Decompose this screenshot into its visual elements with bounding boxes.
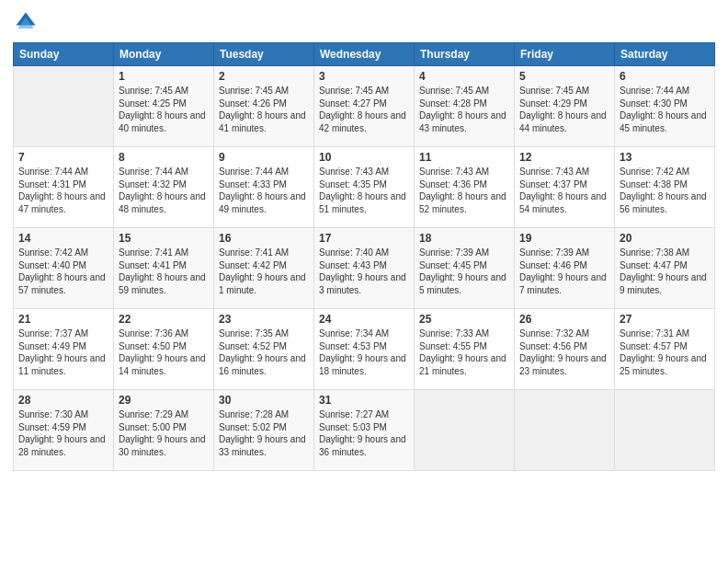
calendar-cell: 23Sunrise: 7:35 AMSunset: 4:52 PMDayligh… [214,309,314,390]
calendar-cell: 30Sunrise: 7:28 AMSunset: 5:02 PMDayligh… [214,390,314,471]
day-info: Sunrise: 7:43 AMSunset: 4:36 PMDaylight:… [419,166,509,215]
day-number: 19 [519,232,609,245]
calendar-cell: 1Sunrise: 7:45 AMSunset: 4:25 PMDaylight… [114,66,214,147]
day-number: 2 [219,70,309,83]
day-info: Sunrise: 7:40 AMSunset: 4:43 PMDaylight:… [319,247,409,296]
week-row-4: 28Sunrise: 7:30 AMSunset: 4:59 PMDayligh… [14,390,715,471]
day-info: Sunrise: 7:45 AMSunset: 4:27 PMDaylight:… [319,85,409,134]
calendar-cell [415,390,515,471]
day-info: Sunrise: 7:43 AMSunset: 4:35 PMDaylight:… [319,166,409,215]
day-info: Sunrise: 7:44 AMSunset: 4:33 PMDaylight:… [219,166,309,215]
day-number: 30 [219,394,309,407]
day-number: 15 [119,232,209,245]
day-number: 3 [319,70,409,83]
day-number: 29 [119,394,209,407]
day-number: 21 [18,313,108,326]
day-number: 23 [219,313,309,326]
week-row-1: 7Sunrise: 7:44 AMSunset: 4:31 PMDaylight… [14,147,715,228]
calendar-cell: 7Sunrise: 7:44 AMSunset: 4:31 PMDaylight… [14,147,114,228]
day-number: 5 [519,70,609,83]
calendar-cell: 31Sunrise: 7:27 AMSunset: 5:03 PMDayligh… [314,390,415,471]
day-number: 28 [18,394,108,407]
calendar-cell: 29Sunrise: 7:29 AMSunset: 5:00 PMDayligh… [114,390,214,471]
calendar-cell: 6Sunrise: 7:44 AMSunset: 4:30 PMDaylight… [615,66,715,147]
calendar-cell: 17Sunrise: 7:40 AMSunset: 4:43 PMDayligh… [314,228,415,309]
week-row-3: 21Sunrise: 7:37 AMSunset: 4:49 PMDayligh… [14,309,715,390]
day-info: Sunrise: 7:29 AMSunset: 5:00 PMDaylight:… [119,408,209,458]
day-info: Sunrise: 7:34 AMSunset: 4:53 PMDaylight:… [319,327,409,377]
day-number: 24 [319,313,409,326]
calendar-cell: 8Sunrise: 7:44 AMSunset: 4:32 PMDaylight… [114,147,214,228]
day-info: Sunrise: 7:44 AMSunset: 4:30 PMDaylight:… [620,85,710,134]
day-info: Sunrise: 7:28 AMSunset: 5:02 PMDaylight:… [219,408,309,458]
calendar-cell: 19Sunrise: 7:39 AMSunset: 4:46 PMDayligh… [515,228,615,309]
day-number: 27 [620,313,710,326]
day-info: Sunrise: 7:27 AMSunset: 5:03 PMDaylight:… [319,408,409,458]
calendar-cell: 25Sunrise: 7:33 AMSunset: 4:55 PMDayligh… [415,309,515,390]
day-number: 31 [319,394,409,407]
day-info: Sunrise: 7:45 AMSunset: 4:29 PMDaylight:… [519,85,609,134]
day-info: Sunrise: 7:42 AMSunset: 4:38 PMDaylight:… [620,166,710,215]
calendar-cell: 28Sunrise: 7:30 AMSunset: 4:59 PMDayligh… [14,390,114,471]
calendar-cell: 22Sunrise: 7:36 AMSunset: 4:50 PMDayligh… [114,309,214,390]
day-info: Sunrise: 7:44 AMSunset: 4:31 PMDaylight:… [18,166,108,215]
day-info: Sunrise: 7:30 AMSunset: 4:59 PMDaylight:… [18,408,108,458]
header [13,9,715,35]
day-number: 22 [119,313,209,326]
weekday-header-tuesday: Tuesday [214,43,314,66]
calendar-cell [615,390,715,471]
day-number: 26 [519,313,609,326]
day-info: Sunrise: 7:45 AMSunset: 4:28 PMDaylight:… [419,85,509,134]
weekday-header-thursday: Thursday [415,43,515,66]
day-info: Sunrise: 7:43 AMSunset: 4:37 PMDaylight:… [519,166,609,215]
calendar-cell: 15Sunrise: 7:41 AMSunset: 4:41 PMDayligh… [114,228,214,309]
weekday-header-sunday: Sunday [14,43,114,66]
calendar-cell: 5Sunrise: 7:45 AMSunset: 4:29 PMDaylight… [515,66,615,147]
day-info: Sunrise: 7:32 AMSunset: 4:56 PMDaylight:… [519,327,609,377]
calendar-cell: 12Sunrise: 7:43 AMSunset: 4:37 PMDayligh… [515,147,615,228]
weekday-header-monday: Monday [114,43,214,66]
day-number: 18 [419,232,509,245]
calendar-cell: 20Sunrise: 7:38 AMSunset: 4:47 PMDayligh… [615,228,715,309]
page: SundayMondayTuesdayWednesdayThursdayFrid… [0,0,728,563]
day-info: Sunrise: 7:45 AMSunset: 4:25 PMDaylight:… [119,85,209,134]
day-number: 17 [319,232,409,245]
day-number: 8 [119,151,209,164]
calendar-cell [14,66,114,147]
day-info: Sunrise: 7:39 AMSunset: 4:46 PMDaylight:… [519,247,609,296]
weekday-header-row: SundayMondayTuesdayWednesdayThursdayFrid… [14,43,715,66]
day-info: Sunrise: 7:45 AMSunset: 4:26 PMDaylight:… [219,85,309,134]
calendar-cell: 11Sunrise: 7:43 AMSunset: 4:36 PMDayligh… [415,147,515,228]
day-info: Sunrise: 7:31 AMSunset: 4:57 PMDaylight:… [620,327,710,377]
calendar-cell: 26Sunrise: 7:32 AMSunset: 4:56 PMDayligh… [515,309,615,390]
day-number: 25 [419,313,509,326]
day-number: 16 [219,232,309,245]
day-info: Sunrise: 7:35 AMSunset: 4:52 PMDaylight:… [219,327,309,377]
day-info: Sunrise: 7:44 AMSunset: 4:32 PMDaylight:… [119,166,209,215]
calendar-cell [515,390,615,471]
calendar-cell: 4Sunrise: 7:45 AMSunset: 4:28 PMDaylight… [415,66,515,147]
logo-icon [13,9,39,35]
calendar-cell: 3Sunrise: 7:45 AMSunset: 4:27 PMDaylight… [314,66,415,147]
calendar-cell: 10Sunrise: 7:43 AMSunset: 4:35 PMDayligh… [314,147,415,228]
day-info: Sunrise: 7:39 AMSunset: 4:45 PMDaylight:… [419,247,509,296]
day-number: 10 [319,151,409,164]
day-info: Sunrise: 7:36 AMSunset: 4:50 PMDaylight:… [119,327,209,377]
calendar-cell: 2Sunrise: 7:45 AMSunset: 4:26 PMDaylight… [214,66,314,147]
calendar-cell: 9Sunrise: 7:44 AMSunset: 4:33 PMDaylight… [214,147,314,228]
day-number: 12 [519,151,609,164]
day-number: 4 [419,70,509,83]
day-info: Sunrise: 7:33 AMSunset: 4:55 PMDaylight:… [419,327,509,377]
day-number: 7 [18,151,108,164]
logo [13,9,42,35]
day-number: 11 [419,151,509,164]
day-number: 20 [620,232,710,245]
day-info: Sunrise: 7:41 AMSunset: 4:41 PMDaylight:… [119,247,209,296]
calendar-cell: 14Sunrise: 7:42 AMSunset: 4:40 PMDayligh… [14,228,114,309]
weekday-header-wednesday: Wednesday [314,43,415,66]
calendar-cell: 24Sunrise: 7:34 AMSunset: 4:53 PMDayligh… [314,309,415,390]
day-number: 1 [119,70,209,83]
week-row-0: 1Sunrise: 7:45 AMSunset: 4:25 PMDaylight… [14,66,715,147]
weekday-header-friday: Friday [515,43,615,66]
day-info: Sunrise: 7:37 AMSunset: 4:49 PMDaylight:… [18,327,108,377]
